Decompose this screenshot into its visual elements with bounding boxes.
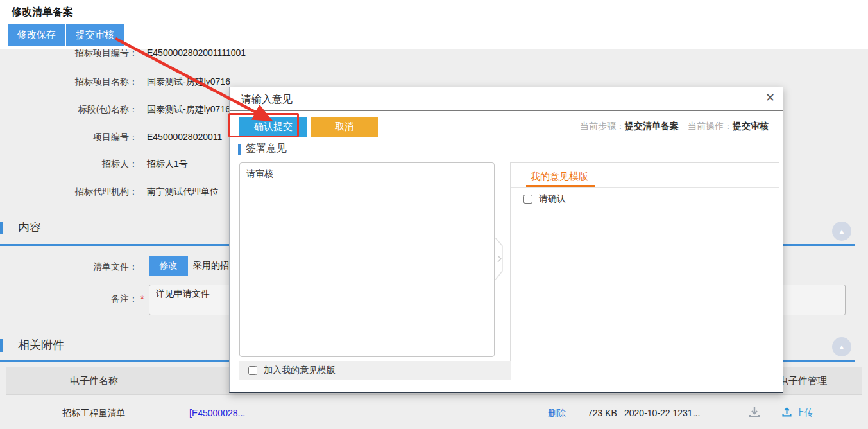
tab-my-templates[interactable]: 我的意见模版 bbox=[531, 171, 588, 183]
section-bar bbox=[0, 339, 3, 352]
current-op-value: 提交审核 bbox=[733, 121, 769, 131]
chevron-up-icon: ▲ bbox=[838, 227, 846, 235]
field-label: 备注： bbox=[0, 292, 138, 305]
collapse-content-button[interactable]: ▲ bbox=[832, 222, 851, 241]
form-row-project-no: 项目编号： E45000028020011 bbox=[0, 130, 222, 143]
tab-divider bbox=[511, 187, 779, 188]
panel-collapse-handle[interactable] bbox=[495, 238, 507, 283]
form-row-tender-project-no: 招标项目编号： E4500002802001111001 bbox=[0, 49, 246, 59]
column-divider bbox=[182, 367, 182, 394]
form-row-note: 备注： bbox=[0, 292, 138, 305]
dialog-title-divider bbox=[230, 110, 783, 111]
section-bar bbox=[238, 144, 241, 155]
field-value: 国泰测试-房建ly0716 bbox=[147, 103, 230, 116]
upload-icon bbox=[781, 407, 792, 419]
form-row-list-file: 清单文件： bbox=[0, 260, 138, 273]
field-label: 招标项目名称： bbox=[0, 75, 138, 88]
field-label: 招标代理机构： bbox=[0, 185, 138, 198]
template-item-checkbox[interactable] bbox=[523, 195, 532, 204]
dialog-toolbar-divider bbox=[230, 137, 783, 137]
section-bar bbox=[0, 222, 3, 234]
confirm-submit-button[interactable]: 确认提交 bbox=[239, 117, 307, 137]
download-icon[interactable] bbox=[748, 406, 761, 421]
opinion-template-panel: 我的意见模版 请确认 bbox=[510, 162, 779, 378]
template-item-label: 请确认 bbox=[539, 193, 566, 205]
attachments-section-title: 相关附件 bbox=[18, 337, 64, 353]
form-row-section-name: 标段(包)名称： 国泰测试-房建ly0716 bbox=[0, 103, 230, 116]
attachment-file-link[interactable]: [E45000028... bbox=[189, 408, 245, 418]
field-label: 标段(包)名称： bbox=[0, 103, 138, 116]
step-info: 当前步骤：提交清单备案当前操作：提交审核 bbox=[580, 121, 769, 132]
attachment-name: 招标工程量清单 bbox=[6, 408, 182, 419]
submit-review-button[interactable]: 提交审核 bbox=[66, 24, 124, 46]
field-value: 招标人1号 bbox=[147, 157, 188, 170]
file-date: 2020-10-22 1231... bbox=[624, 408, 700, 418]
tab-active-underline bbox=[526, 185, 595, 187]
save-button[interactable]: 修改保存 bbox=[8, 24, 65, 46]
page: 修改清单备案 修改保存 提交审核 招标项目编号： E45000028020011… bbox=[0, 0, 868, 429]
close-icon[interactable]: ✕ bbox=[765, 91, 775, 105]
delete-link[interactable]: 删除 bbox=[548, 408, 566, 419]
sign-opinion-title: 签署意见 bbox=[246, 142, 287, 155]
opinion-dialog: 请输入意见 ✕ 确认提交 取消 当前步骤：提交清单备案当前操作：提交审核 签署意… bbox=[229, 87, 783, 393]
chevron-up-icon: ▲ bbox=[838, 343, 846, 351]
form-row-tender-project-name: 招标项目名称： 国泰测试-房建ly0716 bbox=[0, 75, 230, 88]
add-template-label: 加入我的意见模版 bbox=[264, 365, 336, 376]
modify-file-button[interactable]: 修改 bbox=[149, 256, 188, 276]
dialog-title: 请输入意见 bbox=[241, 93, 293, 107]
field-label: 清单文件： bbox=[0, 260, 138, 273]
field-value: 国泰测试-房建ly0716 bbox=[147, 75, 230, 88]
current-step-label: 当前步骤： bbox=[580, 121, 625, 131]
file-size: 723 KB bbox=[588, 408, 617, 418]
field-label: 招标人： bbox=[0, 157, 138, 170]
form-row-tenderer: 招标人： 招标人1号 bbox=[0, 157, 188, 170]
opinion-textarea[interactable]: 请审核 bbox=[239, 162, 495, 357]
cancel-button[interactable]: 取消 bbox=[311, 117, 378, 137]
field-value: E45000028020011 bbox=[147, 130, 222, 143]
current-step-value: 提交清单备案 bbox=[625, 121, 679, 131]
field-label: 项目编号： bbox=[0, 130, 138, 143]
current-op-label: 当前操作： bbox=[688, 121, 733, 131]
upload-button[interactable]: 上传 bbox=[781, 407, 813, 419]
field-value: 南宁测试代理单位 bbox=[147, 185, 219, 198]
add-template-checkbox[interactable] bbox=[248, 366, 257, 375]
page-title: 修改清单备案 bbox=[12, 6, 73, 19]
column-header-file-name: 电子件名称 bbox=[6, 367, 182, 394]
field-value: E4500002802001111001 bbox=[147, 49, 246, 59]
collapse-attachments-button[interactable]: ▲ bbox=[832, 337, 851, 356]
template-item: 请确认 bbox=[523, 193, 566, 205]
form-row-agency: 招标代理机构： 南宁测试代理单位 bbox=[0, 185, 219, 198]
add-template-row: 加入我的意见模版 bbox=[239, 361, 511, 380]
field-label: 招标项目编号： bbox=[0, 49, 138, 59]
top-toolbar: 修改保存 提交审核 bbox=[8, 24, 124, 46]
content-section-title: 内容 bbox=[18, 220, 41, 235]
upload-label: 上传 bbox=[796, 407, 813, 419]
required-asterisk: * bbox=[140, 293, 144, 304]
